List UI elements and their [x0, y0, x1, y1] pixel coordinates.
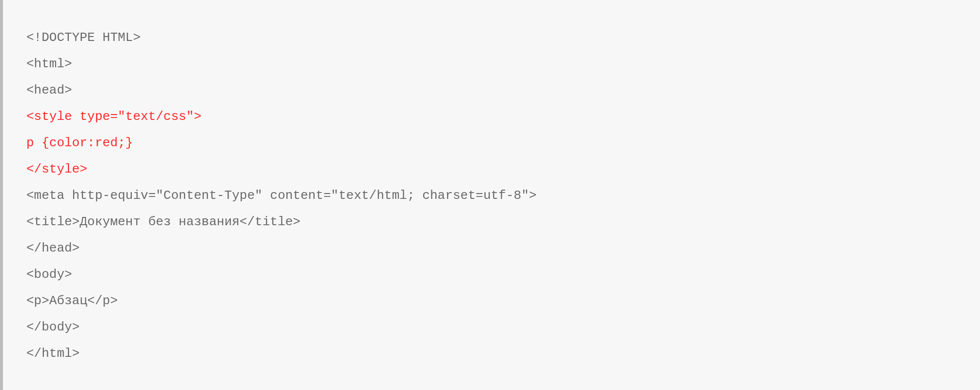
code-line-highlight: p {color:red;}	[26, 130, 957, 156]
code-line: </head>	[26, 235, 957, 261]
code-line: </body>	[26, 314, 957, 340]
code-line-highlight: <style type="text/css">	[26, 103, 957, 130]
code-line-highlight: </style>	[26, 156, 957, 182]
code-line: <p>Абзац</p>	[26, 288, 957, 314]
code-line: <title>Документ без названия</title>	[26, 209, 957, 235]
code-block: <!DOCTYPE HTML> <html> <head> <style typ…	[0, 0, 980, 390]
code-line: <html>	[26, 51, 957, 77]
code-line: <body>	[26, 261, 957, 288]
code-line: <meta http-equiv="Content-Type" content=…	[26, 182, 957, 209]
code-line: <!DOCTYPE HTML>	[26, 24, 957, 51]
code-line: </html>	[26, 340, 957, 367]
code-line: <head>	[26, 77, 957, 103]
